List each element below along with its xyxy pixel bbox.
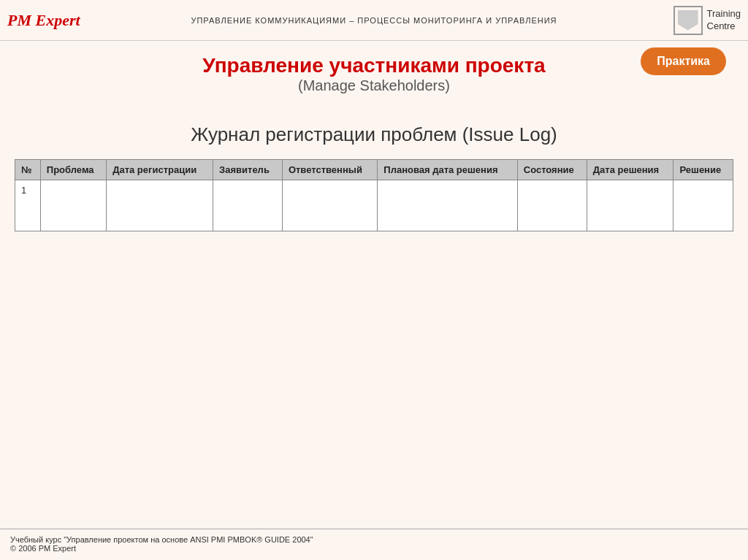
training-logo-area: Training Centre <box>673 6 741 35</box>
header: PM Expert УПРАВЛЕНИЕ КОММУНИКАЦИЯМИ – ПР… <box>0 0 748 41</box>
table-cell <box>378 180 517 231</box>
footer: Учебный курс "Управление проектом на осн… <box>0 529 748 560</box>
table-cell <box>107 180 213 231</box>
table-header-cell: № <box>15 160 41 180</box>
main-title-russian: Управление участниками проекта <box>15 54 733 77</box>
training-text: Training Centre <box>707 8 741 33</box>
table-header-cell: Дата регистрации <box>107 160 213 180</box>
table-header-cell: Дата решения <box>587 160 673 180</box>
section-title: Журнал регистрации проблем (Issue Log) <box>0 123 748 146</box>
table-cell <box>40 180 106 231</box>
table-header-cell: Состояние <box>517 160 587 180</box>
header-center-text: УПРАВЛЕНИЕ КОММУНИКАЦИЯМИ – ПРОЦЕССЫ МОН… <box>191 16 557 25</box>
footer-line2: © 2006 PM Expert <box>10 544 738 553</box>
praktika-badge: Практика <box>641 47 726 75</box>
table-cell <box>282 180 377 231</box>
table-cell: 1 <box>15 180 41 231</box>
issue-log-table: №ПроблемаДата регистрацииЗаявительОтветс… <box>15 159 733 231</box>
table-row: 1 <box>15 180 733 231</box>
table-cell <box>213 180 283 231</box>
table-cell <box>517 180 587 231</box>
table-header-row: №ПроблемаДата регистрацииЗаявительОтветс… <box>15 160 733 180</box>
table-cell <box>673 180 733 231</box>
main-title-english: (Manage Stakeholders) <box>15 77 733 94</box>
footer-line1: Учебный курс "Управление проектом на осн… <box>10 535 738 544</box>
table-header-cell: Решение <box>673 160 733 180</box>
table-header-cell: Проблема <box>40 160 106 180</box>
training-logo-icon <box>678 10 698 31</box>
logo: PM Expert <box>7 11 80 30</box>
table-header-cell: Ответственный <box>282 160 377 180</box>
training-logo-box <box>673 6 703 35</box>
table-header-cell: Заявитель <box>213 160 283 180</box>
issue-log-table-container: №ПроблемаДата регистрацииЗаявительОтветс… <box>15 159 733 231</box>
main-title-area: Управление участниками проекта (Manage S… <box>0 41 748 101</box>
table-cell <box>587 180 673 231</box>
table-header-cell: Плановая дата решения <box>378 160 517 180</box>
